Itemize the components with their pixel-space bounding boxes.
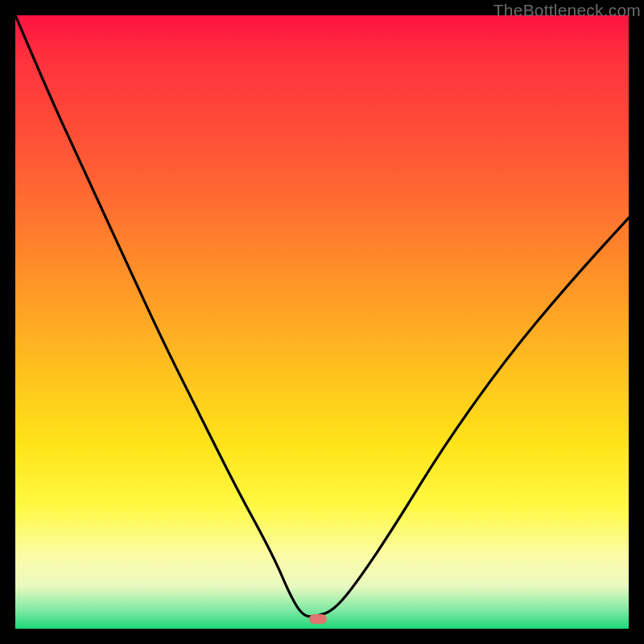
optimal-point-marker <box>309 614 327 624</box>
watermark-text: TheBottleneck.com <box>493 1 641 20</box>
bottleneck-curve <box>15 15 629 629</box>
plot-area <box>15 15 629 629</box>
chart-frame: TheBottleneck.com <box>0 0 644 644</box>
